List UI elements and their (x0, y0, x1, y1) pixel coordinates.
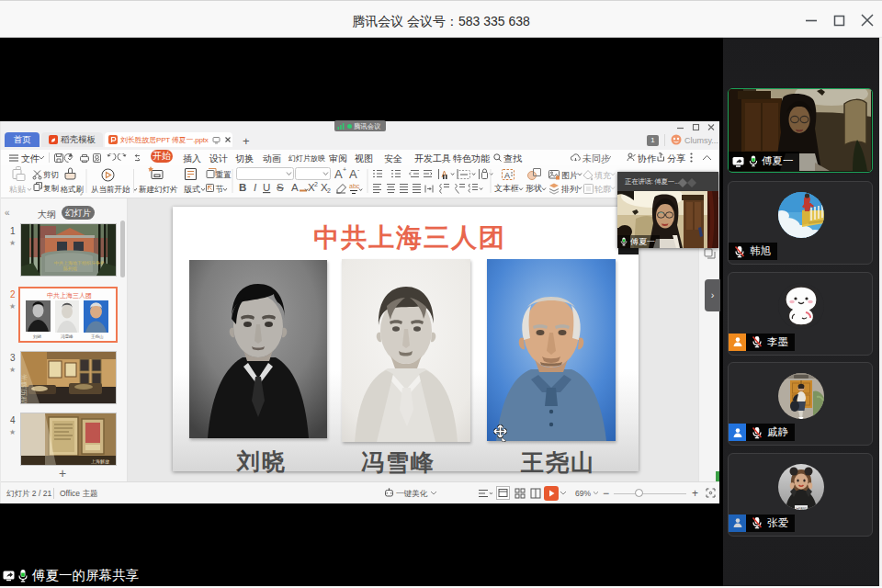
svg-text:版式: 版式 (184, 185, 200, 194)
svg-text:I♥PANDA: I♥PANDA (796, 506, 810, 510)
svg-text:剪切: 剪切 (43, 170, 59, 179)
svg-text:+: + (343, 166, 346, 173)
svg-text:I: I (254, 182, 257, 193)
svg-text:光辉历程: 光辉历程 (21, 374, 28, 403)
svg-text:刘晓: 刘晓 (33, 334, 42, 339)
svg-text:中共上海地下组织斗争史: 中共上海地下组织斗争史 (54, 260, 105, 266)
svg-text:2: 2 (314, 181, 318, 187)
svg-text:B: B (239, 182, 246, 193)
svg-text:粘贴: 粘贴 (9, 185, 26, 194)
svg-text:轮廓: 轮廓 (594, 185, 611, 194)
svg-text:形状: 形状 (526, 184, 542, 193)
svg-text:S: S (277, 182, 284, 193)
svg-text:重置: 重置 (216, 170, 232, 179)
svg-text:新建幻灯片: 新建幻灯片 (139, 185, 178, 194)
svg-text:陈列馆: 陈列馆 (63, 266, 77, 272)
svg-text:-: - (357, 166, 360, 173)
svg-text:U: U (263, 182, 270, 193)
svg-text:节: 节 (216, 185, 224, 194)
svg-text:2: 2 (327, 187, 331, 194)
svg-text:图片: 图片 (561, 171, 578, 180)
svg-text:填充: 填充 (594, 171, 611, 180)
svg-text:A: A (349, 167, 357, 181)
svg-text:A: A (334, 167, 343, 181)
svg-text:中共上海三人团: 中共上海三人团 (47, 292, 92, 300)
svg-text:从当前开始: 从当前开始 (91, 185, 130, 194)
svg-text:文本框: 文本框 (494, 184, 519, 193)
svg-text:abc: abc (349, 183, 360, 189)
svg-text:上海解放: 上海解放 (91, 458, 109, 465)
svg-text:格式刷: 格式刷 (61, 185, 85, 194)
svg-text:A: A (504, 171, 510, 180)
svg-text:王尧山: 王尧山 (91, 334, 104, 339)
svg-text:复制: 复制 (43, 184, 60, 193)
svg-text:A: A (291, 182, 299, 193)
svg-text:冯雪峰: 冯雪峰 (61, 334, 74, 339)
svg-text:排列: 排列 (560, 185, 578, 194)
